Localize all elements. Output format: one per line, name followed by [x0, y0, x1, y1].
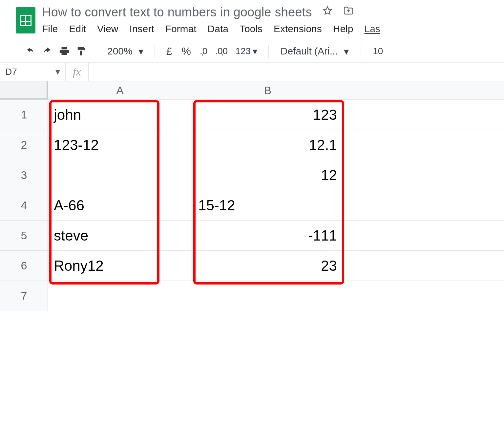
menu-file[interactable]: File	[42, 23, 58, 34]
row-header-6[interactable]: 6	[0, 251, 48, 281]
undo-button[interactable]	[23, 44, 37, 58]
column-header-A[interactable]: A	[48, 81, 192, 100]
redo-button[interactable]	[40, 44, 54, 58]
toolbar: 200% ▾ £ % .0← .00→ 123 ▾ Default (Ari..…	[0, 40, 504, 62]
row-header-4[interactable]: 4	[0, 190, 48, 221]
cell-B2[interactable]: 12.1	[192, 130, 343, 160]
fx-icon: fx	[66, 63, 89, 81]
cell-A7[interactable]	[48, 281, 192, 311]
cell-B5[interactable]: -111	[192, 221, 343, 251]
print-button[interactable]	[57, 44, 72, 58]
format-percent-button[interactable]: %	[179, 44, 194, 58]
menu-view[interactable]: View	[97, 23, 118, 34]
cell-C7[interactable]	[343, 281, 504, 311]
document-title[interactable]: How to convert text to numbers in google…	[42, 5, 312, 19]
star-icon[interactable]	[322, 5, 333, 19]
cell-A5[interactable]: steve	[48, 221, 192, 251]
title-bar: How to convert text to numbers in google…	[0, 0, 504, 40]
menu-tools[interactable]: Tools	[240, 23, 262, 34]
cell-A4[interactable]: A-66	[48, 190, 192, 221]
menu-data[interactable]: Data	[208, 23, 228, 34]
menu-extensions[interactable]: Extensions	[274, 23, 322, 34]
row-header-7[interactable]: 7	[0, 281, 48, 311]
font-family-value: Default (Ari...	[281, 46, 338, 57]
dropdown-icon: ▾	[253, 46, 257, 57]
cell-C3[interactable]	[343, 160, 504, 190]
cell-B1[interactable]: 123	[192, 100, 343, 130]
column-header-C[interactable]	[343, 81, 504, 100]
dropdown-icon: ▾	[138, 46, 143, 57]
font-size-input[interactable]: 10	[368, 44, 388, 58]
paint-format-button[interactable]	[74, 44, 89, 58]
font-family-select[interactable]: Default (Ari... ▾	[276, 46, 353, 57]
name-box[interactable]: D7 ▾	[0, 63, 66, 81]
cell-A1[interactable]: john	[48, 100, 192, 130]
zoom-select[interactable]: 200% ▾	[103, 46, 147, 57]
spreadsheet-grid[interactable]: A B 1 john 123 2 123-12 12.1 3 12	[0, 81, 504, 311]
menu-format[interactable]: Format	[165, 23, 197, 34]
menu-last-edit[interactable]: Las	[364, 23, 380, 34]
dropdown-icon: ▾	[55, 66, 60, 77]
row-header-2[interactable]: 2	[0, 130, 48, 160]
cell-C5[interactable]	[343, 221, 504, 251]
cell-C4[interactable]	[343, 190, 504, 221]
formula-bar-row: D7 ▾ fx	[0, 63, 504, 81]
cell-C6[interactable]	[343, 251, 504, 281]
menu-edit[interactable]: Edit	[69, 23, 86, 34]
cell-C2[interactable]	[343, 130, 504, 160]
cell-B3[interactable]: 12	[192, 160, 343, 190]
format-currency-button[interactable]: £	[162, 44, 177, 58]
sheets-app-icon[interactable]	[16, 7, 35, 33]
menu-insert[interactable]: Insert	[130, 23, 154, 34]
row-header-3[interactable]: 3	[0, 160, 48, 190]
menu-help[interactable]: Help	[333, 23, 353, 34]
active-cell-ref: D7	[5, 67, 17, 77]
zoom-value: 200%	[107, 46, 133, 57]
cell-A2[interactable]: 123-12	[48, 130, 192, 160]
cell-A6[interactable]: Rony12	[48, 251, 192, 281]
row-header-5[interactable]: 5	[0, 221, 48, 251]
move-to-folder-icon[interactable]	[343, 5, 354, 19]
row-header-1[interactable]: 1	[0, 100, 48, 130]
more-formats-button[interactable]: 123 ▾	[232, 44, 261, 58]
cell-B6[interactable]: 23	[192, 251, 343, 281]
cell-A3[interactable]	[48, 160, 192, 190]
select-all-corner[interactable]	[0, 81, 48, 100]
formula-input[interactable]	[89, 63, 504, 81]
decrease-decimal-button[interactable]: .0←	[196, 44, 211, 58]
increase-decimal-button[interactable]: .00→	[214, 44, 229, 58]
column-header-B[interactable]: B	[192, 81, 343, 100]
menu-bar: File Edit View Insert Format Data Tools …	[42, 19, 497, 40]
cell-B7[interactable]	[192, 281, 343, 311]
dropdown-icon: ▾	[344, 46, 349, 57]
cell-C1[interactable]	[343, 100, 504, 130]
cell-B4[interactable]: 15-12	[192, 190, 343, 221]
